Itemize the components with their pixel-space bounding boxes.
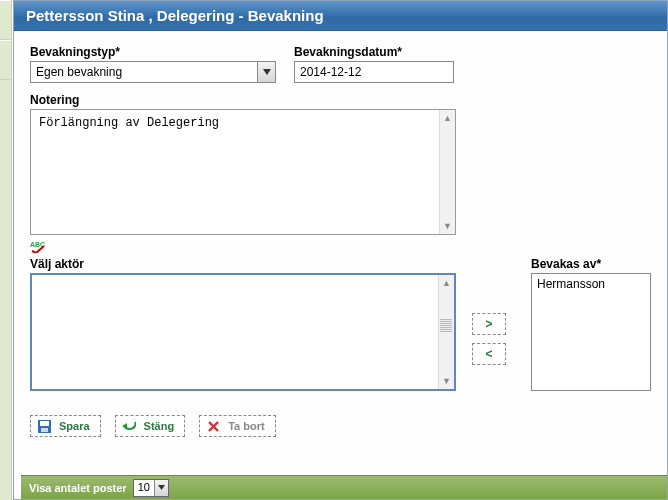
title-bar: Pettersson Stina , Delegering - Bevaknin… [14, 1, 667, 31]
field-bevakas-av: Bevakas av* Hermansson [531, 257, 651, 391]
field-notering: Notering Förlängning av Delegering ▲ ▼ A… [30, 93, 651, 253]
scroll-up-icon[interactable]: ▲ [440, 110, 455, 126]
bevakningsdatum-label: Bevakningsdatum* [294, 45, 454, 59]
scroll-down-icon[interactable]: ▼ [439, 373, 454, 389]
save-label: Spara [59, 420, 90, 432]
chevron-left-icon: < [485, 347, 492, 361]
move-right-button[interactable]: > [472, 313, 506, 335]
bevakas-av-listbox[interactable]: Hermansson [531, 273, 651, 391]
svg-marker-0 [263, 69, 271, 75]
svg-rect-4 [41, 428, 48, 432]
listbox-scrollbar[interactable]: ▲ ▼ [438, 275, 454, 389]
scroll-grip-icon[interactable] [440, 319, 452, 333]
footer-bar: Visa antalet poster 10 [21, 475, 667, 499]
close-label: Stäng [144, 420, 175, 432]
bevakningstyp-value: Egen bevakning [31, 62, 257, 82]
scroll-down-icon[interactable]: ▼ [440, 218, 455, 234]
footer-label: Visa antalet poster [29, 482, 127, 494]
valj-aktor-listbox[interactable]: ▲ ▼ [30, 273, 456, 391]
notering-value: Förlängning av Delegering [31, 110, 455, 136]
move-left-button[interactable]: < [472, 343, 506, 365]
footer-pagesize-value: 10 [134, 480, 154, 496]
dialog-panel: Pettersson Stina , Delegering - Bevaknin… [13, 0, 668, 500]
move-buttons: > < [472, 287, 506, 391]
dropdown-arrow-icon[interactable] [154, 480, 168, 496]
bevakningstyp-select[interactable]: Egen bevakning [30, 61, 276, 83]
bevakas-av-item[interactable]: Hermansson [537, 277, 645, 291]
delete-label: Ta bort [228, 420, 264, 432]
bevakningstyp-label: Bevakningstyp* [30, 45, 276, 59]
valj-aktor-label: Välj aktör [30, 257, 458, 271]
delete-button[interactable]: Ta bort [199, 415, 275, 437]
bevakningsdatum-input[interactable] [294, 61, 454, 83]
delete-x-icon [206, 419, 220, 433]
notering-textarea[interactable]: Förlängning av Delegering ▲ ▼ [30, 109, 456, 235]
save-button[interactable]: Spara [30, 415, 101, 437]
svg-rect-3 [40, 421, 49, 426]
footer-pagesize-select[interactable]: 10 [133, 479, 169, 497]
bevakas-av-label: Bevakas av* [531, 257, 651, 271]
dropdown-arrow-icon[interactable] [257, 62, 275, 82]
back-arrow-icon [122, 419, 136, 433]
field-bevakningstyp: Bevakningstyp* Egen bevakning [30, 45, 276, 83]
title-text: Pettersson Stina , Delegering - Bevaknin… [26, 7, 324, 24]
action-button-row: Spara Stäng Ta bort [30, 415, 651, 437]
chevron-right-icon: > [485, 317, 492, 331]
close-button[interactable]: Stäng [115, 415, 186, 437]
notering-label: Notering [30, 93, 651, 107]
save-icon [37, 419, 51, 433]
scroll-up-icon[interactable]: ▲ [439, 275, 454, 291]
svg-marker-8 [158, 485, 165, 490]
field-valj-aktor: Välj aktör ▲ ▼ [30, 257, 458, 391]
left-side-strip [0, 0, 12, 500]
spellcheck-icon[interactable]: ABC [30, 239, 46, 253]
field-bevakningsdatum: Bevakningsdatum* [294, 45, 454, 83]
textarea-scrollbar[interactable]: ▲ ▼ [439, 110, 455, 234]
